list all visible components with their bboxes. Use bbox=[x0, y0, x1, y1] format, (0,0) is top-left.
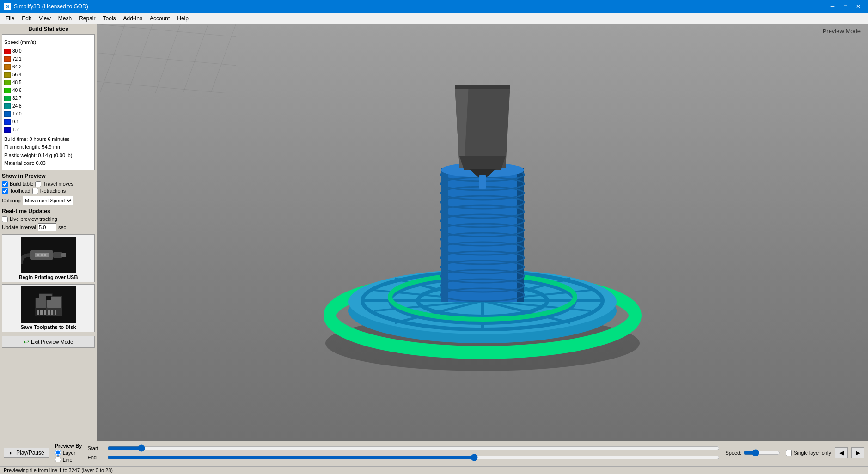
svg-rect-20 bbox=[51, 310, 53, 315]
begin-printing-button[interactable]: Begin Printing over USB bbox=[2, 234, 95, 282]
speed-label: Speed: bbox=[725, 450, 741, 456]
line-label: Line bbox=[63, 457, 73, 462]
menu-item-view[interactable]: View bbox=[35, 14, 55, 23]
title-bar: S Simplify3D (Licensed to GOD) ─ □ ✕ bbox=[0, 0, 868, 13]
build-stats-section: Build Statistics Speed (mm/s) 80.072.164… bbox=[2, 26, 95, 170]
usb-image bbox=[21, 237, 76, 273]
grid-overlay bbox=[97, 24, 236, 93]
live-preview-row: Live preview tracking bbox=[2, 216, 95, 222]
update-interval-label: Update interval bbox=[2, 225, 36, 230]
bottom-top-row: ⏯ Play/Pause Preview By Layer Line Start… bbox=[4, 443, 864, 462]
scene-3d: Preview Mode bbox=[97, 24, 868, 441]
speed-legend-title: Speed (mm/s) bbox=[4, 38, 92, 47]
single-layer-row: Single layer only bbox=[786, 450, 831, 456]
play-pause-label: Play/Pause bbox=[16, 450, 44, 456]
travel-moves-label: Travel moves bbox=[43, 181, 73, 187]
show-preview-title: Show in Preview bbox=[2, 173, 95, 179]
svg-rect-4 bbox=[61, 253, 66, 257]
realtime-section: Real-time Updates Live preview tracking … bbox=[2, 208, 95, 231]
svg-rect-58 bbox=[455, 85, 510, 89]
prev-layer-button[interactable]: ◀ bbox=[835, 447, 848, 458]
menu-item-repair[interactable]: Repair bbox=[75, 14, 99, 23]
legend-color-swatch bbox=[4, 96, 11, 101]
exit-preview-label: Exit Preview Mode bbox=[31, 339, 73, 345]
menu-item-tools[interactable]: Tools bbox=[99, 14, 120, 23]
line-radio[interactable] bbox=[55, 456, 61, 462]
menu-item-mesh[interactable]: Mesh bbox=[55, 14, 75, 23]
svg-rect-6 bbox=[41, 254, 43, 256]
build-table-checkbox[interactable] bbox=[2, 181, 8, 187]
next-layer-button[interactable]: ▶ bbox=[851, 447, 864, 458]
bottom-controls: ⏯ Play/Pause Preview By Layer Line Start… bbox=[0, 441, 868, 466]
play-pause-button[interactable]: ⏯ Play/Pause bbox=[4, 448, 49, 458]
live-preview-checkbox[interactable] bbox=[2, 216, 8, 222]
legend-value: 72.1 bbox=[12, 55, 21, 63]
legend-bar: 72.1 bbox=[4, 55, 92, 63]
legend-value: 64.2 bbox=[12, 63, 21, 71]
line-radio-row: Line bbox=[55, 456, 82, 462]
window-title: Simplify3D (Licensed to GOD) bbox=[14, 3, 88, 10]
legend-bar: 56.4 bbox=[4, 71, 92, 79]
coloring-select[interactable]: Movement Speed Feature Type Temperature … bbox=[23, 196, 73, 205]
update-interval-unit: sec bbox=[58, 225, 66, 230]
viewport[interactable]: Preview Mode bbox=[97, 24, 868, 441]
single-layer-checkbox[interactable] bbox=[786, 450, 792, 456]
svg-rect-12 bbox=[37, 310, 39, 315]
play-pause-icon: ⏯ bbox=[9, 450, 14, 456]
window-controls: ─ □ ✕ bbox=[826, 2, 864, 11]
save-toolpaths-button[interactable]: Save Toolpaths to Disk bbox=[2, 284, 95, 332]
layer-label: Layer bbox=[63, 450, 76, 456]
legend-color-swatch bbox=[4, 111, 11, 117]
svg-rect-5 bbox=[37, 254, 39, 256]
material-cost: Material cost: 0.03 bbox=[4, 159, 92, 168]
layer-radio[interactable] bbox=[55, 450, 61, 456]
plastic-weight: Plastic weight: 0.14 g (0.00 lb) bbox=[4, 152, 92, 160]
legend-color-swatch bbox=[4, 72, 11, 78]
legend-value: 1.2 bbox=[12, 126, 19, 134]
left-panel: Build Statistics Speed (mm/s) 80.072.164… bbox=[0, 24, 97, 441]
update-interval-input[interactable] bbox=[38, 223, 56, 231]
coloring-row: Coloring Movement Speed Feature Type Tem… bbox=[2, 196, 95, 205]
speed-slider[interactable] bbox=[743, 449, 780, 456]
toolhead-label: Toolhead bbox=[10, 188, 31, 194]
end-slider[interactable] bbox=[107, 454, 720, 461]
legend-value: 48.5 bbox=[12, 79, 21, 86]
menu-item-file[interactable]: File bbox=[2, 14, 18, 23]
legend-value: 56.4 bbox=[12, 71, 21, 79]
retractions-checkbox[interactable] bbox=[32, 188, 38, 194]
save-toolpaths-label: Save Toolpaths to Disk bbox=[4, 324, 92, 330]
legend-color-swatch bbox=[4, 103, 11, 109]
legend-value: 32.7 bbox=[12, 95, 21, 102]
menu-item-edit[interactable]: Edit bbox=[18, 14, 35, 23]
show-preview-section: Show in Preview Build table Travel moves… bbox=[2, 173, 95, 205]
preview-by-label: Preview By bbox=[55, 443, 82, 449]
sd-image bbox=[21, 286, 76, 323]
filament-length: Filament length: 54.9 mm bbox=[4, 143, 92, 152]
build-time: Build time: 0 hours 6 minutes bbox=[4, 135, 92, 144]
minimize-button[interactable]: ─ bbox=[826, 2, 838, 11]
close-button[interactable]: ✕ bbox=[852, 2, 864, 11]
legend-color-swatch bbox=[4, 127, 11, 133]
menu-item-add-ins[interactable]: Add-Ins bbox=[120, 14, 146, 23]
exit-preview-button[interactable]: ↩ Exit Preview Mode bbox=[2, 336, 95, 348]
menu-item-help[interactable]: Help bbox=[173, 14, 192, 23]
preview-by-section: Preview By Layer Line bbox=[55, 443, 82, 462]
update-interval-row: Update interval sec bbox=[2, 223, 95, 231]
coloring-label: Coloring bbox=[2, 198, 21, 203]
maximize-button[interactable]: □ bbox=[839, 2, 851, 11]
toolhead-checkbox[interactable] bbox=[2, 188, 8, 194]
legend-color-swatch bbox=[4, 119, 11, 125]
build-stats-box: Speed (mm/s) 80.072.164.256.448.540.632.… bbox=[2, 34, 95, 170]
legend-color-swatch bbox=[4, 80, 11, 85]
travel-moves-checkbox[interactable] bbox=[35, 181, 41, 187]
menu-item-account[interactable]: Account bbox=[146, 14, 173, 23]
legend-color-swatch bbox=[4, 64, 11, 70]
speed-section: Speed: bbox=[725, 449, 780, 456]
legend-value: 17.0 bbox=[12, 110, 21, 118]
status-bar: Previewing file from line 1 to 3247 (lay… bbox=[0, 466, 868, 474]
svg-rect-60 bbox=[479, 175, 486, 189]
start-slider[interactable] bbox=[107, 444, 720, 452]
status-text: Previewing file from line 1 to 3247 (lay… bbox=[4, 468, 113, 473]
layer-radio-row: Layer bbox=[55, 450, 82, 456]
realtime-title: Real-time Updates bbox=[2, 208, 95, 214]
